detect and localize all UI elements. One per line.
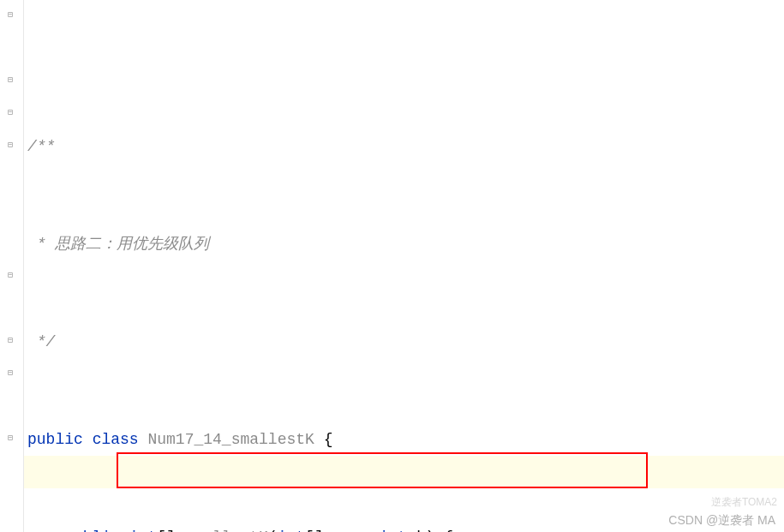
keyword: class [93, 423, 148, 456]
highlight-line [24, 456, 784, 488]
fold-icon[interactable]: ⊟ [3, 333, 17, 347]
fold-icon[interactable]: ⊟ [3, 431, 17, 445]
code-area[interactable]: /** * 思路二：用优先级队列 */ public class Num17_1… [24, 0, 784, 532]
classname: Num17_14_smallestK [147, 423, 323, 456]
gutter: ⊟ ⊟ ⊟ ⊟ ⊟ ⊟ ⊟ ⊟ [0, 0, 24, 532]
watermark: 逆袭者TOMA2 [711, 495, 777, 510]
highlight-box [117, 452, 648, 488]
method-name: smallestK [185, 521, 268, 532]
fold-icon[interactable]: ⊟ [3, 138, 17, 152]
keyword: int [129, 521, 157, 532]
code-line: * 思路二：用优先级队列 [27, 228, 784, 260]
comment-text: */ [27, 326, 55, 358]
brace: { [324, 423, 333, 456]
comment-text: /** [27, 130, 55, 163]
code-line: public class Num17_14_smallestK { [27, 423, 784, 456]
fold-icon[interactable]: ⊟ [3, 8, 17, 21]
code-line: */ [27, 326, 784, 358]
comment-text: * 思路二：用优先级队列 [27, 228, 209, 260]
fold-icon[interactable]: ⊟ [3, 366, 17, 380]
keyword: public [27, 423, 93, 456]
code-line: /** [27, 130, 784, 163]
keyword: public [64, 521, 129, 532]
fold-icon[interactable]: ⊟ [3, 105, 17, 119]
fold-icon[interactable]: ⊟ [3, 73, 17, 87]
fold-icon[interactable]: ⊟ [3, 268, 17, 282]
watermark: CSDN @逆袭者 MA [668, 513, 775, 529]
code-editor: ⊟ ⊟ ⊟ ⊟ ⊟ ⊟ ⊟ ⊟ /** * 思路二：用优先级队列 */ publ… [0, 0, 784, 532]
